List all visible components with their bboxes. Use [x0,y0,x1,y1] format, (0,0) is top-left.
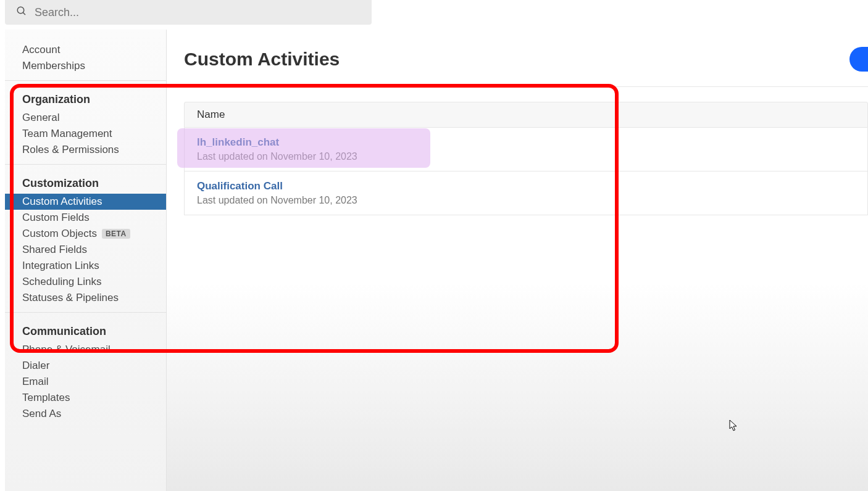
sidebar-heading-organization: Organization [5,89,166,110]
sidebar-item-templates[interactable]: Templates [5,390,166,406]
sidebar-item-custom-fields[interactable]: Custom Fields [5,210,166,226]
sidebar-item-memberships[interactable]: Memberships [5,58,166,74]
sidebar-heading-communication: Communication [5,321,166,342]
sidebar-item-shared-fields[interactable]: Shared Fields [5,242,166,258]
main-content: Custom Activities Name lh_linkedin_chat … [167,30,868,491]
settings-sidebar: Account Memberships Organization General… [5,30,167,491]
sidebar-item-send-as[interactable]: Send As [5,406,166,422]
table-row[interactable]: lh_linkedin_chat Last updated on Novembe… [184,128,868,171]
table-row[interactable]: Qualification Call Last updated on Novem… [184,171,868,215]
activity-meta: Last updated on November 10, 2023 [197,151,855,162]
search-bar[interactable] [5,0,372,25]
activity-name[interactable]: Qualification Call [197,180,855,192]
table-header-name: Name [184,102,868,128]
sidebar-item-custom-objects[interactable]: Custom Objects BETA [5,226,166,242]
sidebar-item-scheduling-links[interactable]: Scheduling Links [5,274,166,290]
sidebar-item-custom-activities[interactable]: Custom Activities [5,194,166,210]
sidebar-item-email[interactable]: Email [5,374,166,390]
svg-point-0 [17,7,24,14]
page-title: Custom Activities [184,49,340,70]
sidebar-item-phone-voicemail[interactable]: Phone & Voicemail [5,342,166,358]
activity-name[interactable]: lh_linkedin_chat [197,136,855,149]
sidebar-item-account[interactable]: Account [5,42,166,58]
add-custom-activity-button[interactable] [849,47,868,72]
svg-line-1 [23,12,25,15]
beta-badge: BETA [102,229,130,239]
sidebar-heading-customization: Customization [5,173,166,194]
search-input[interactable] [35,6,361,19]
sidebar-item-team-management[interactable]: Team Management [5,126,166,142]
sidebar-item-general[interactable]: General [5,110,166,126]
sidebar-item-label: Custom Objects [22,228,97,240]
activity-meta: Last updated on November 10, 2023 [197,195,855,206]
sidebar-item-integration-links[interactable]: Integration Links [5,258,166,274]
sidebar-item-statuses-pipelines[interactable]: Statuses & Pipelines [5,290,166,306]
sidebar-item-dialer[interactable]: Dialer [5,358,166,374]
search-icon [16,6,27,20]
sidebar-item-roles-permissions[interactable]: Roles & Permissions [5,142,166,158]
